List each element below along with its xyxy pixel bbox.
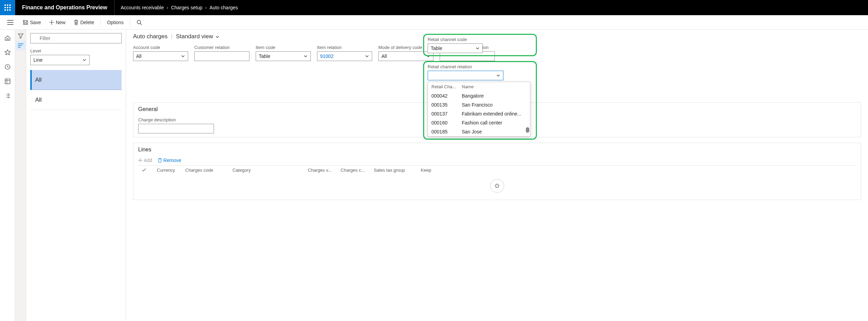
dropdown-option[interactable]: 000042Bangalore — [428, 91, 530, 100]
topbar: Finance and Operations Preview Accounts … — [0, 0, 868, 15]
retail-relation-dropdown: Retail Cha... Name 000042Bangalore000135… — [428, 82, 530, 137]
search-button[interactable] — [133, 16, 145, 29]
empty-icon: ✿ — [490, 179, 504, 193]
chevron-down-icon — [181, 54, 185, 58]
waffle-icon — [4, 4, 11, 11]
dropdown-option[interactable]: 000137Fabrikam extended online... — [428, 109, 530, 118]
column-header[interactable]: Charges code — [185, 168, 213, 173]
modules-button[interactable] — [1, 89, 14, 103]
home-icon — [4, 35, 11, 41]
chevron-right-icon: › — [166, 5, 168, 10]
plus-icon — [49, 20, 54, 25]
hamburger-button[interactable] — [4, 16, 17, 29]
field-label: Customer relation — [194, 45, 249, 50]
clock-icon — [4, 64, 11, 70]
dropdown-option[interactable]: 000185San Jose — [428, 127, 530, 136]
field-label: Account code — [133, 45, 188, 50]
workspaces-button[interactable] — [1, 74, 14, 88]
retail-relation-select[interactable] — [428, 71, 503, 80]
home-button[interactable] — [1, 31, 14, 45]
item-code-select[interactable]: Table — [256, 51, 311, 61]
breadcrumb: Accounts receivable › Charges setup › Au… — [114, 5, 244, 10]
save-icon — [23, 20, 28, 25]
column-header[interactable]: Charges c... — [341, 168, 365, 173]
field-label: Retail channel relation — [428, 64, 532, 69]
lines-header: Currency Charges code Category Charges v… — [138, 165, 856, 175]
column-header[interactable]: Charges v... — [308, 168, 331, 173]
column-header[interactable]: Keep — [421, 168, 431, 173]
chevron-down-icon — [476, 46, 480, 50]
list-item[interactable]: All — [30, 70, 122, 90]
svg-point-0 — [137, 20, 141, 24]
lines-section: Lines Add Remove Currency Charges code C… — [133, 143, 861, 200]
remove-line-button[interactable]: Remove — [158, 158, 181, 163]
level-list: All All — [30, 70, 122, 110]
level-label: Level — [30, 48, 122, 53]
dropdown-option[interactable]: 000160Fashion call center — [428, 118, 530, 127]
side-column — [15, 30, 26, 321]
grid-icon — [4, 78, 11, 84]
breadcrumb-item[interactable]: Charges setup — [171, 5, 202, 10]
delete-button[interactable]: Delete — [70, 18, 98, 27]
options-button[interactable]: Options — [103, 18, 127, 27]
column-header[interactable]: Currency — [157, 168, 175, 173]
chevron-down-icon — [82, 58, 86, 62]
new-button[interactable]: New — [46, 18, 69, 27]
empty-state: ✿ — [138, 175, 856, 196]
search-icon — [136, 20, 142, 25]
add-line-button[interactable]: Add — [138, 158, 152, 163]
save-button[interactable]: Save — [19, 18, 44, 27]
page-title: Auto charges — [133, 33, 167, 40]
field-label: Item relation — [317, 45, 372, 50]
item-relation-select[interactable]: 91002 — [317, 51, 372, 61]
brand-title: Finance and Operations Preview — [15, 0, 114, 15]
section-title: Lines — [138, 147, 856, 156]
divider — [100, 18, 101, 27]
trash-icon — [74, 20, 79, 25]
account-code-select[interactable]: All — [133, 51, 188, 61]
action-bar: Save New Delete Options — [0, 15, 868, 30]
chevron-down-icon — [304, 54, 308, 58]
main: Level Line All All Auto charges | Standa… — [0, 30, 868, 321]
filter-panel: Level Line All All — [26, 30, 126, 321]
lines-icon — [18, 43, 23, 48]
chevron-down-icon — [365, 54, 369, 58]
check-icon — [142, 168, 146, 172]
charge-description-input[interactable] — [138, 124, 214, 133]
star-icon — [4, 49, 11, 56]
filter-input[interactable] — [30, 33, 122, 43]
waffle-button[interactable] — [0, 0, 15, 15]
plus-icon — [138, 158, 142, 162]
field-label: Item code — [256, 45, 311, 50]
chevron-down-icon — [496, 73, 500, 78]
favorites-button[interactable] — [1, 46, 14, 59]
breadcrumb-item[interactable]: Auto charges — [210, 5, 238, 10]
dropdown-option[interactable]: 000135San Francisco — [428, 100, 530, 109]
nav-rail — [0, 30, 15, 321]
breadcrumb-item[interactable]: Accounts receivable — [121, 5, 164, 10]
column-header[interactable]: Sales tax group — [374, 168, 405, 173]
svg-rect-2 — [5, 79, 10, 84]
funnel-icon — [18, 33, 23, 39]
customer-relation-input[interactable] — [194, 51, 249, 61]
scrollbar-thumb[interactable] — [526, 127, 529, 133]
chevron-right-icon: › — [205, 5, 207, 10]
dropdown-header: Retail Cha... Name — [428, 82, 530, 91]
list-item[interactable]: All — [30, 90, 122, 110]
field-label: Retail channel code — [428, 37, 532, 42]
column-header[interactable]: Category — [233, 168, 251, 173]
related-toggle[interactable] — [16, 41, 25, 50]
check-column — [142, 168, 148, 173]
trash-icon — [158, 158, 162, 163]
chevron-down-icon — [215, 35, 219, 39]
recent-button[interactable] — [1, 60, 14, 74]
level-select[interactable]: Line — [30, 55, 90, 65]
highlight-retail-code: Retail channel code Table — [423, 34, 537, 56]
filter-toggle[interactable] — [16, 31, 25, 41]
list-icon — [4, 93, 11, 99]
divider — [130, 18, 130, 27]
view-mode[interactable]: Standard view — [176, 33, 219, 40]
content: Auto charges | Standard view Account cod… — [126, 30, 868, 321]
retail-code-select[interactable]: Table — [428, 43, 483, 53]
highlight-retail-relation: Retail channel relation Retail Cha... Na… — [423, 61, 537, 140]
